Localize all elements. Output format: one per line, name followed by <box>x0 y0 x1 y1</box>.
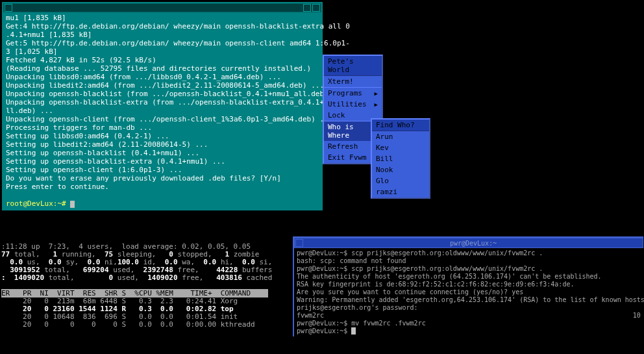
submenu-item-bill[interactable]: Bill <box>372 153 429 164</box>
titlebar[interactable] <box>3 3 321 12</box>
submenu-item-nook[interactable]: Nook <box>372 164 429 175</box>
menu-item-programs[interactable]: Programs▶ <box>324 88 382 99</box>
submenu-arrow-icon: ▶ <box>375 101 378 108</box>
submenu-item-ramzi[interactable]: ramzi <box>372 186 429 197</box>
menu-item-label: Exit Fvwm <box>328 153 367 162</box>
submenu-title: Find Who? <box>372 120 429 131</box>
ssh-titlebar[interactable]: pwr@DevLux:~ <box>294 238 643 248</box>
ssh-window-title: pwr@DevLux:~ <box>304 240 643 247</box>
terminal-output[interactable]: mu1 [1,835 kB] Get:4 http://ftp.de.debia… <box>3 12 321 209</box>
terminal-top-output[interactable]: :11:28 up 7:23, 4 users, load average: 0… <box>0 242 292 330</box>
minimize-button[interactable] <box>303 4 311 12</box>
menu-item-xterm![interactable]: Xterm! <box>324 76 382 87</box>
terminal-window-ssh[interactable]: pwr@DevLux:~ pwr@DevLux:~$ scp prijks@es… <box>293 236 643 336</box>
submenu-arrow-icon: ▶ <box>375 90 378 97</box>
menu-item-label: Refresh <box>328 142 358 151</box>
menu-item-label: Utilities <box>328 100 367 108</box>
submenu-find-who[interactable]: Find Who? ArunKevBillNookGloramzi <box>371 118 430 199</box>
submenu-item-arun[interactable]: Arun <box>372 131 429 142</box>
menu-title: Pete's World <box>324 56 382 76</box>
terminal-window-main[interactable]: mu1 [1,835 kB] Get:4 http://ftp.de.debia… <box>2 2 323 210</box>
submenu-item-glo[interactable]: Glo <box>372 175 429 186</box>
menu-item-utilities[interactable]: Utilities▶ <box>324 99 382 110</box>
submenu-item-kev[interactable]: Kev <box>372 142 429 153</box>
menu-item-label: Programs <box>328 89 362 97</box>
window-menu-button[interactable] <box>5 4 12 12</box>
window-menu-button[interactable] <box>295 239 303 247</box>
menu-item-label: Xterm! <box>328 77 354 86</box>
maximize-button[interactable] <box>312 4 320 12</box>
menu-item-label: Who is Where <box>328 123 375 140</box>
menu-item-label: Lock <box>328 111 345 120</box>
ssh-output[interactable]: pwr@DevLux:~$ scp prijks@esgeroth.org:ol… <box>294 248 643 336</box>
